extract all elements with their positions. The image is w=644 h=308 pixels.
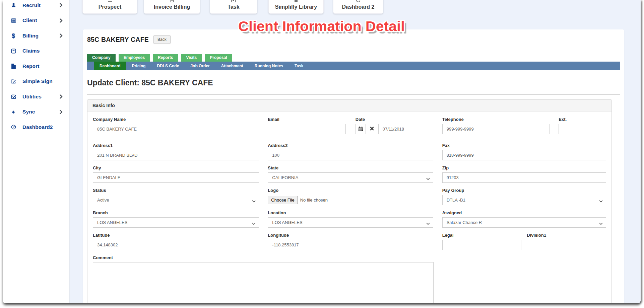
assigned-select[interactable]: Salazar Chance R xyxy=(442,217,606,228)
chevron-right-icon xyxy=(60,18,63,23)
legal-input[interactable] xyxy=(442,240,522,250)
clear-date-button[interactable] xyxy=(367,124,377,134)
status-label: Status xyxy=(93,188,259,193)
card-prospect[interactable]: Prospect xyxy=(82,0,137,14)
tab-employees[interactable]: Employees xyxy=(119,54,150,62)
subtab-job-order[interactable]: Job Order xyxy=(185,62,215,70)
comment-textarea[interactable] xyxy=(93,262,434,303)
task-icon xyxy=(231,0,236,4)
city-field: City xyxy=(93,165,259,183)
email-label: Email xyxy=(268,117,346,122)
address2-input[interactable] xyxy=(268,150,433,160)
client-name-heading: 85C BAKERY CAFE xyxy=(87,36,149,44)
card-invoice-billing[interactable]: Invoice Billing xyxy=(144,0,200,14)
state-field: State CALIFORNIA xyxy=(268,165,433,183)
back-button[interactable]: Back xyxy=(153,35,171,44)
city-input[interactable] xyxy=(93,172,259,183)
calendar-button[interactable] xyxy=(356,124,366,134)
subtab-pricing[interactable]: Pricing xyxy=(126,62,151,70)
sidebar-item-sync[interactable]: Sync xyxy=(3,104,69,120)
pay-group-field: Pay Group DTLA -B1 xyxy=(442,188,606,205)
card-label: Prospect xyxy=(99,4,121,10)
ext-field: Ext. xyxy=(559,117,606,134)
sidebar-item-dashboard2[interactable]: Dashboard2 xyxy=(3,120,69,135)
sidebar-item-report[interactable]: Report xyxy=(3,59,69,74)
status-select[interactable]: Active xyxy=(93,195,259,205)
address1-field: Address1 xyxy=(93,143,259,160)
subtab-ddls-code[interactable]: DDLS Code xyxy=(151,62,185,70)
company-name-label: Company Name xyxy=(93,117,259,122)
location-select[interactable]: LOS ANGELES xyxy=(268,217,433,228)
fax-label: Fax xyxy=(442,143,606,148)
divider xyxy=(87,94,620,94)
choose-file-button[interactable]: Choose File xyxy=(268,196,298,204)
tab-company[interactable]: Company xyxy=(87,54,116,62)
fax-field: Fax xyxy=(442,143,606,160)
chevron-right-icon xyxy=(60,3,63,7)
longitude-input[interactable] xyxy=(268,240,433,250)
fax-input[interactable] xyxy=(442,150,606,160)
ext-label: Ext. xyxy=(559,117,606,122)
pay-group-select[interactable]: DTLA -B1 xyxy=(442,195,606,205)
sidebar-item-simple-sign[interactable]: Simple Sign xyxy=(3,74,69,89)
comment-label: Comment xyxy=(93,255,434,260)
latitude-input[interactable] xyxy=(93,240,259,250)
subtab-task[interactable]: Task xyxy=(289,62,309,70)
card-dashboard-2[interactable]: Dashboard 2 xyxy=(333,0,383,14)
sidebar-item-utilities[interactable]: Utilities xyxy=(3,89,69,104)
telephone-label: Telephone xyxy=(442,117,550,122)
date-label: Date xyxy=(356,117,432,122)
chevron-right-icon xyxy=(60,33,63,38)
grid-icon xyxy=(108,0,112,4)
branch-label: Branch xyxy=(93,210,259,215)
update-client-title: Update Client: 85C BAKERY CAFE xyxy=(87,78,620,87)
logo-label: Logo xyxy=(268,188,433,193)
date-input[interactable] xyxy=(378,124,432,134)
branch-select[interactable]: LOS ANGELES xyxy=(93,217,259,228)
primary-tabs: Company Employees Reports Visits Proposa… xyxy=(87,54,620,62)
sidebar-item-label: Client xyxy=(22,17,37,23)
subtab-attachment[interactable]: Attachment xyxy=(215,62,249,70)
sidebar-item-label: Recruit xyxy=(22,2,41,8)
sidebar-nav: Recruit Client Billing xyxy=(3,0,69,135)
longitude-label: Longitude xyxy=(268,233,433,238)
state-select[interactable]: CALIFORNIA xyxy=(268,172,433,183)
email-input[interactable] xyxy=(268,124,346,134)
latitude-field: Latitude xyxy=(93,233,259,250)
pay-group-label: Pay Group xyxy=(442,188,606,193)
dollar-icon xyxy=(10,32,16,40)
tab-proposal[interactable]: Proposal xyxy=(205,54,232,62)
top-cards-row: Prospect Invoice Billing Task Simplifly … xyxy=(82,0,383,14)
subtab-running-notes[interactable]: Running Notes xyxy=(249,62,289,70)
branch-field: Branch LOS ANGELES xyxy=(93,210,259,228)
zip-label: Zip xyxy=(442,165,606,170)
address1-label: Address1 xyxy=(93,143,259,148)
location-field: Location LOS ANGELES xyxy=(268,210,433,228)
email-field: Email xyxy=(268,117,346,134)
subtab-dashboard[interactable]: Dashboard xyxy=(94,62,126,70)
comment-field: Comment xyxy=(93,255,434,303)
fire-icon xyxy=(10,109,16,114)
card-task[interactable]: Task xyxy=(210,0,257,14)
latitude-label: Latitude xyxy=(93,233,259,238)
library-icon xyxy=(294,0,299,4)
zip-input[interactable] xyxy=(442,172,606,183)
division1-input[interactable] xyxy=(527,240,606,250)
tab-visits[interactable]: Visits xyxy=(181,54,202,62)
sidebar-item-recruit[interactable]: Recruit xyxy=(3,0,69,13)
sidebar-item-claims[interactable]: Claims xyxy=(3,44,69,59)
ext-input[interactable] xyxy=(559,124,606,134)
invoice-icon xyxy=(170,0,174,4)
company-name-input[interactable] xyxy=(93,124,259,134)
sidebar-item-billing[interactable]: Billing xyxy=(3,28,69,44)
zip-field: Zip xyxy=(442,165,606,183)
state-label: State xyxy=(268,165,433,170)
telephone-input[interactable] xyxy=(442,124,550,134)
sidebar-item-label: Simple Sign xyxy=(22,78,53,84)
sidebar-item-client[interactable]: Client xyxy=(3,13,69,28)
file-icon xyxy=(10,64,16,69)
card-simplifly-library[interactable]: Simplifly Library xyxy=(268,0,324,14)
tab-reports[interactable]: Reports xyxy=(153,54,178,62)
chevron-right-icon xyxy=(60,94,63,99)
address1-input[interactable] xyxy=(93,150,259,160)
